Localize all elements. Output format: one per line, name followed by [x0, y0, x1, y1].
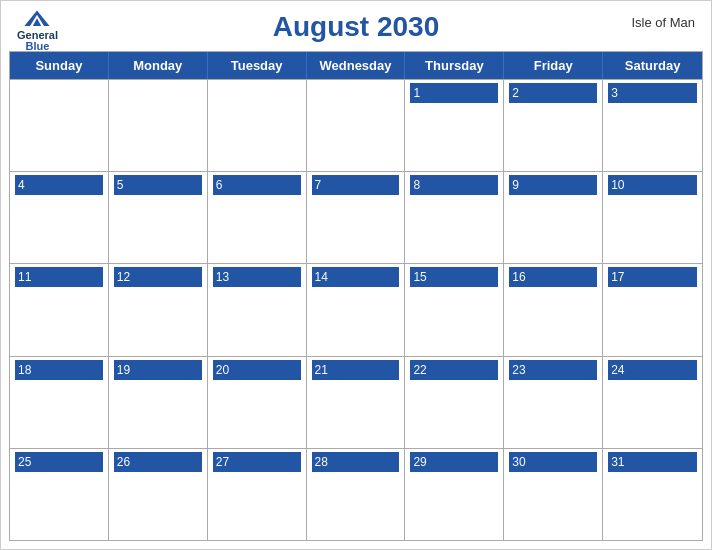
day-cell: 9 [504, 172, 603, 263]
week-row-4: 25262728293031 [10, 448, 702, 540]
day-cell: 12 [109, 264, 208, 355]
day-number: 4 [15, 175, 103, 195]
day-cell: 4 [10, 172, 109, 263]
week-row-2: 11121314151617 [10, 263, 702, 355]
day-number: 16 [509, 267, 597, 287]
week-row-3: 18192021222324 [10, 356, 702, 448]
day-cell: 15 [405, 264, 504, 355]
day-cell: 19 [109, 357, 208, 448]
day-cell: 21 [307, 357, 406, 448]
day-cell: 25 [10, 449, 109, 540]
day-header-saturday: Saturday [603, 52, 702, 79]
day-cell: 26 [109, 449, 208, 540]
day-cell: 20 [208, 357, 307, 448]
day-cell: 24 [603, 357, 702, 448]
day-number: 24 [608, 360, 697, 380]
day-number: 26 [114, 452, 202, 472]
logo: General Blue [17, 9, 58, 52]
day-cell: 3 [603, 80, 702, 171]
day-cell: 6 [208, 172, 307, 263]
day-cell: 7 [307, 172, 406, 263]
day-number: 27 [213, 452, 301, 472]
day-number: 5 [114, 175, 202, 195]
week-row-0: 123 [10, 79, 702, 171]
day-number: 13 [213, 267, 301, 287]
day-number: 9 [509, 175, 597, 195]
day-headers: SundayMondayTuesdayWednesdayThursdayFrid… [10, 52, 702, 79]
day-header-tuesday: Tuesday [208, 52, 307, 79]
day-header-wednesday: Wednesday [307, 52, 406, 79]
calendar-title: August 2030 [273, 11, 440, 43]
day-number: 29 [410, 452, 498, 472]
day-cell: 5 [109, 172, 208, 263]
day-cell: 2 [504, 80, 603, 171]
day-header-sunday: Sunday [10, 52, 109, 79]
day-cell [10, 80, 109, 171]
day-number: 23 [509, 360, 597, 380]
day-cell: 11 [10, 264, 109, 355]
day-number: 28 [312, 452, 400, 472]
logo-text-blue: Blue [26, 41, 50, 52]
day-number: 17 [608, 267, 697, 287]
day-number: 14 [312, 267, 400, 287]
calendar-header: General Blue August 2030 Isle of Man [1, 1, 711, 47]
day-number: 25 [15, 452, 103, 472]
day-cell: 18 [10, 357, 109, 448]
day-cell: 13 [208, 264, 307, 355]
day-cell: 27 [208, 449, 307, 540]
day-number: 1 [410, 83, 498, 103]
day-cell [208, 80, 307, 171]
day-cell: 1 [405, 80, 504, 171]
calendar-weeks: 1234567891011121314151617181920212223242… [10, 79, 702, 540]
logo-icon [23, 9, 51, 29]
day-cell [307, 80, 406, 171]
day-cell: 30 [504, 449, 603, 540]
day-cell: 29 [405, 449, 504, 540]
day-number: 20 [213, 360, 301, 380]
region-label: Isle of Man [631, 15, 695, 30]
day-number: 8 [410, 175, 498, 195]
day-number: 18 [15, 360, 103, 380]
day-cell: 22 [405, 357, 504, 448]
day-number: 15 [410, 267, 498, 287]
day-number: 6 [213, 175, 301, 195]
day-number: 12 [114, 267, 202, 287]
calendar-grid: SundayMondayTuesdayWednesdayThursdayFrid… [9, 51, 703, 541]
day-cell: 10 [603, 172, 702, 263]
day-cell: 8 [405, 172, 504, 263]
day-number: 7 [312, 175, 400, 195]
day-cell: 31 [603, 449, 702, 540]
day-cell: 23 [504, 357, 603, 448]
calendar: General Blue August 2030 Isle of Man Sun… [0, 0, 712, 550]
week-row-1: 45678910 [10, 171, 702, 263]
day-number: 3 [608, 83, 697, 103]
day-number: 31 [608, 452, 697, 472]
day-cell: 16 [504, 264, 603, 355]
day-number: 30 [509, 452, 597, 472]
day-header-thursday: Thursday [405, 52, 504, 79]
day-number: 22 [410, 360, 498, 380]
day-header-friday: Friday [504, 52, 603, 79]
day-number: 19 [114, 360, 202, 380]
day-number: 10 [608, 175, 697, 195]
day-number: 2 [509, 83, 597, 103]
day-cell: 17 [603, 264, 702, 355]
day-number: 21 [312, 360, 400, 380]
day-cell [109, 80, 208, 171]
day-cell: 28 [307, 449, 406, 540]
day-header-monday: Monday [109, 52, 208, 79]
day-number: 11 [15, 267, 103, 287]
day-cell: 14 [307, 264, 406, 355]
